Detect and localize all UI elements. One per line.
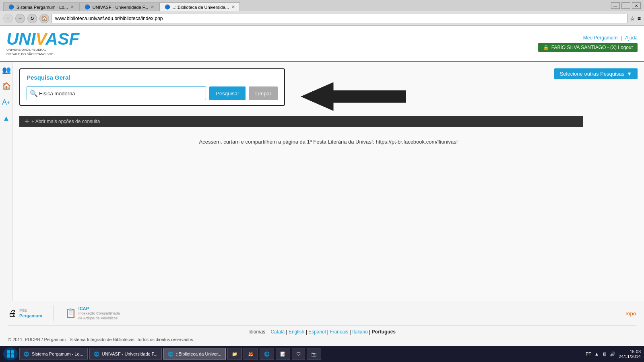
taskbar-explorer[interactable]: 📁	[227, 348, 242, 360]
tab-2-close[interactable]: ✕	[151, 4, 154, 10]
icap-label: ICAP Indexação Compartilhadade Artigos d…	[78, 306, 120, 321]
taskbar-shield[interactable]: 🛡	[292, 348, 305, 360]
taskbar: 🌐 Sistema Pergamum - Lo... 🌐 UNIVASF - U…	[0, 346, 644, 362]
taskbar-tab-1[interactable]: 🌐 Sistema Pergamum - Lo...	[19, 348, 88, 360]
back-button[interactable]: ←	[3, 14, 13, 23]
page-header: UNIVASF UNIVERSIDADE FEDERAL DO VALE DO …	[0, 26, 644, 62]
tab-3[interactable]: 🔵 ..::Biblioteca da Universida... ✕	[159, 2, 240, 11]
title-bar: 🔵 Sistema Pergamum - Lo... ✕ 🔵 UNIVASF -…	[0, 0, 644, 11]
bookmark-icon[interactable]: ☆	[630, 15, 635, 22]
taskbar-tab-3-icon: 🌐	[168, 352, 173, 357]
settings-icon[interactable]: ≡	[638, 15, 641, 22]
taskbar-word[interactable]: 📝	[276, 348, 290, 360]
lang-italiano[interactable]: Italiano	[352, 329, 368, 335]
taskbar-word-icon: 📝	[280, 352, 286, 357]
taskbar-left: 🌐 Sistema Pergamum - Lo... 🌐 UNIVASF - U…	[3, 348, 321, 360]
options-bar-label: + Abrir mais opções de consulta	[31, 119, 100, 124]
taskbar-date: 24/11/2014	[619, 354, 641, 359]
search-input[interactable]	[27, 86, 206, 100]
page-body: 👥 🏠 A+ ▲ Pesquisa Geral 🔍	[0, 62, 644, 301]
svg-rect-3	[7, 354, 10, 358]
search-section-title: Pesquisa Geral	[27, 74, 278, 81]
user-badge: 🔒 FABIO SILVA SANTIAGO - (X) Logout	[538, 43, 638, 52]
pergamum-label: Meu Pergamum	[19, 308, 42, 319]
tab-3-close[interactable]: ✕	[231, 4, 235, 10]
meu-pergamum-link[interactable]: Meu Pergamum	[583, 35, 617, 41]
lang-english[interactable]: English	[289, 329, 304, 335]
close-button[interactable]: ✕	[632, 2, 641, 9]
search-icon: 🔍	[30, 90, 38, 97]
selecione-button[interactable]: Selecione outras Pesquisas ▼	[554, 68, 638, 79]
sidebar-icon-font[interactable]: A+	[2, 97, 11, 107]
tab-1[interactable]: 🔵 Sistema Pergamum - Lo... ✕	[3, 2, 79, 11]
tab-1-favicon: 🔵	[8, 4, 14, 10]
taskbar-media-icon: 📷	[311, 352, 317, 357]
sidebar-icon-users[interactable]: 👥	[2, 65, 11, 75]
svg-marker-0	[301, 82, 406, 111]
lang-portugues[interactable]: Português	[372, 329, 396, 335]
taskbar-explorer-icon: 📁	[232, 352, 237, 357]
arrow-svg	[301, 80, 406, 113]
taskbar-sound-icon: 🔊	[610, 352, 615, 357]
minimize-button[interactable]: —	[611, 2, 620, 9]
svg-rect-1	[7, 350, 10, 354]
lang-espanol[interactable]: Español	[308, 329, 326, 335]
options-bar[interactable]: ✛ + Abrir mais opções de consulta	[19, 116, 583, 127]
main-content: Pesquisa Geral 🔍 Pesquisar Limpar	[13, 62, 644, 301]
refresh-button[interactable]: ↻	[27, 14, 37, 23]
windows-logo-icon	[6, 350, 14, 358]
footer-divider	[54, 305, 54, 321]
taskbar-tab-2-icon: 🌐	[94, 352, 99, 357]
footer-logo-left: 🖨 Meu Pergamum 📋 ICAP Indexação Comparti…	[8, 305, 120, 321]
footer-icap: 📋 ICAP Indexação Compartilhadade Artigos…	[65, 306, 120, 321]
limpar-button[interactable]: Limpar	[249, 86, 278, 100]
sidebar-icon-up[interactable]: ▲	[2, 113, 11, 123]
home-button[interactable]: 🏠	[39, 14, 49, 23]
taskbar-tab-3[interactable]: 🌐 ::Biblioteca da Univer...	[163, 348, 226, 360]
taskbar-chevron-icon[interactable]: ▲	[594, 352, 599, 356]
header-links: Meu Pergamum | Ajuda	[583, 35, 638, 41]
taskbar-tab-2[interactable]: 🌐 UNIVASF - Universidade F...	[89, 348, 162, 360]
forward-button[interactable]: →	[15, 14, 25, 23]
logo-subtitle: UNIVERSIDADE FEDERAL DO VALE DO SÃO FRAN…	[6, 47, 54, 56]
announcement-text: Acessem, curtam e compartilhem a página …	[199, 139, 458, 145]
tab-2-label: UNIVASF - Universidade F...	[93, 5, 149, 10]
ajuda-link[interactable]: Ajuda	[625, 35, 638, 41]
window-controls: — □ ✕	[611, 2, 641, 9]
browser-tabs: 🔵 Sistema Pergamum - Lo... ✕ 🔵 UNIVASF -…	[3, 0, 240, 11]
address-bar: ← → ↻ 🏠 ☆ ≡	[0, 11, 644, 26]
chevron-down-icon: ▼	[627, 71, 632, 77]
logo-box: UNIVASF	[6, 31, 79, 47]
tab-1-close[interactable]: ✕	[70, 4, 74, 10]
logo-area: UNIVASF UNIVERSIDADE FEDERAL DO VALE DO …	[6, 31, 79, 56]
maximize-button[interactable]: □	[621, 2, 630, 9]
taskbar-chrome[interactable]: 🌐	[260, 348, 274, 360]
taskbar-network-icon: 🖥	[602, 352, 607, 356]
start-button[interactable]	[3, 348, 18, 360]
sidebar-icon-home[interactable]: 🏠	[2, 81, 11, 91]
announcement: Acessem, curtam e compartilhem a página …	[19, 139, 638, 145]
selecione-button-container: Selecione outras Pesquisas ▼	[554, 68, 638, 79]
pesquisar-button[interactable]: Pesquisar	[209, 86, 246, 100]
taskbar-chrome-icon: 🌐	[264, 352, 270, 357]
svg-rect-4	[11, 354, 14, 358]
topo-link[interactable]: Topo	[625, 311, 636, 317]
sidebar: 👥 🏠 A+ ▲	[0, 62, 13, 301]
footer-languages: Idiomas: Català | English | Español | Fr…	[8, 329, 636, 335]
lang-francais[interactable]: Francais	[330, 329, 348, 335]
tab-2[interactable]: 🔵 UNIVASF - Universidade F... ✕	[79, 2, 160, 11]
header-right: Meu Pergamum | Ajuda 🔒 FABIO SILVA SANTI…	[538, 35, 638, 52]
tab-3-favicon: 🔵	[165, 4, 170, 10]
taskbar-firefox-icon: 🦊	[248, 352, 254, 357]
user-badge-label: FABIO SILVA SANTIAGO - (X) Logout	[551, 45, 633, 50]
search-row: 🔍 Pesquisar Limpar	[27, 86, 278, 100]
svg-rect-2	[11, 350, 14, 354]
address-input[interactable]	[52, 14, 627, 23]
lang-catala[interactable]: Català	[270, 329, 285, 335]
tab-3-label: ..::Biblioteca da Universida...	[173, 5, 229, 10]
taskbar-firefox[interactable]: 🦊	[244, 348, 258, 360]
taskbar-media[interactable]: 📷	[307, 348, 321, 360]
taskbar-shield-icon: 🛡	[296, 352, 301, 356]
taskbar-tab-3-label: ::Biblioteca da Univer...	[176, 352, 221, 356]
taskbar-lang: PT	[586, 352, 591, 356]
